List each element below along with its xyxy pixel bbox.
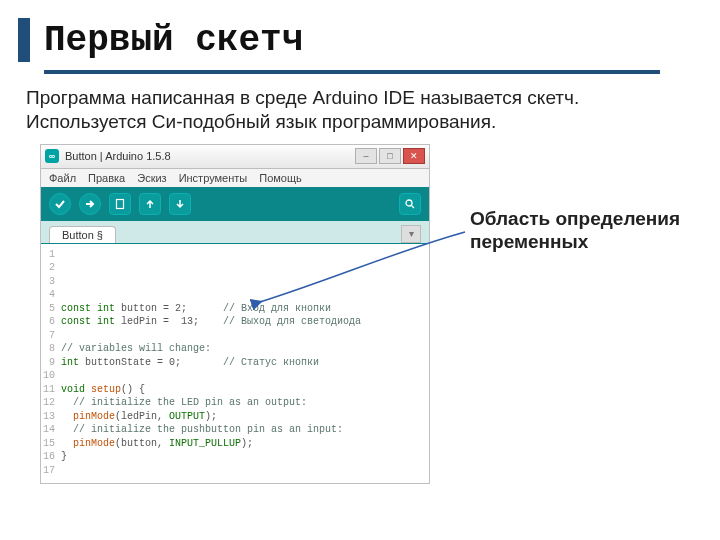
line-number: 12 [41,396,61,410]
verify-button[interactable] [49,193,71,215]
code-line: 5const int button = 2; // Вход для кнопк… [41,302,429,316]
code-line: 11void setup() { [41,383,429,397]
line-number: 15 [41,437,61,451]
maximize-button[interactable]: □ [379,148,401,164]
save-button[interactable] [169,193,191,215]
code-text: pinMode(button, INPUT_PULLUP); [61,437,253,451]
line-number: 5 [41,302,61,316]
code-line: 13 pinMode(ledPin, OUTPUT); [41,410,429,424]
code-text: } [61,450,67,464]
open-button[interactable] [139,193,161,215]
code-line: 7 [41,329,429,343]
arrow-down-icon [174,198,186,210]
code-editor[interactable]: 12345const int button = 2; // Вход для к… [41,244,429,484]
menu-bar: Файл Правка Эскиз Инструменты Помощь [41,169,429,187]
upload-button[interactable] [79,193,101,215]
code-line: 2 [41,261,429,275]
code-line: 17 [41,464,429,478]
app-icon: ∞ [45,149,59,163]
line-number: 1 [41,248,61,262]
menu-sketch[interactable]: Эскиз [137,172,166,184]
menu-help[interactable]: Помощь [259,172,302,184]
arrow-right-icon [84,198,96,210]
code-text: int buttonState = 0; // Статус кнопки [61,356,319,370]
body-line-2: Используется Си-подобный язык программир… [26,110,694,134]
code-text: void setup() { [61,383,145,397]
code-line: 1 [41,248,429,262]
check-icon [54,198,66,210]
menu-file[interactable]: Файл [49,172,76,184]
window-titlebar: ∞ Button | Arduino 1.5.8 – □ ✕ [41,145,429,169]
code-line: 10 [41,369,429,383]
code-line: 14 // initialize the pushbutton pin as a… [41,423,429,437]
code-line: 3 [41,275,429,289]
line-number: 17 [41,464,61,478]
code-text: pinMode(ledPin, OUTPUT); [61,410,217,424]
code-text: // initialize the LED pin as an output: [61,396,307,410]
line-number: 4 [41,288,61,302]
new-button[interactable] [109,193,131,215]
code-line: 4 [41,288,429,302]
line-number: 7 [41,329,61,343]
line-number: 3 [41,275,61,289]
code-line: 8// variables will change: [41,342,429,356]
title-underline [44,70,660,74]
tab-menu-button[interactable]: ▾ [401,225,421,243]
code-text: const int button = 2; // Вход для кнопки [61,302,331,316]
code-line: 9int buttonState = 0; // Статус кнопки [41,356,429,370]
code-text: // variables will change: [61,342,211,356]
toolbar [41,187,429,221]
line-number: 9 [41,356,61,370]
slide: Первый скетч Программа написанная в сред… [0,0,720,484]
file-icon [114,198,126,210]
sketch-tab[interactable]: Button § [49,226,116,243]
code-line: 15 pinMode(button, INPUT_PULLUP); [41,437,429,451]
arduino-ide-window: ∞ Button | Arduino 1.5.8 – □ ✕ Файл Прав… [40,144,430,485]
code-line: 6const int ledPin = 13; // Выход для све… [41,315,429,329]
menu-tools[interactable]: Инструменты [179,172,248,184]
line-number: 10 [41,369,61,383]
svg-rect-0 [117,199,124,208]
slide-title: Первый скетч [44,20,303,61]
line-number: 14 [41,423,61,437]
title-accent-bar [18,18,30,62]
annotation-line-2: переменных [470,231,680,254]
title-row: Первый скетч [0,0,720,62]
code-line: 12 // initialize the LED pin as an outpu… [41,396,429,410]
menu-edit[interactable]: Правка [88,172,125,184]
slide-body: Программа написанная в среде Arduino IDE… [0,86,720,144]
annotation-label: Область определения переменных [470,208,680,254]
body-line-1: Программа написанная в среде Arduino IDE… [26,86,694,110]
line-number: 8 [41,342,61,356]
line-number: 6 [41,315,61,329]
annotation-line-1: Область определения [470,208,680,231]
line-number: 2 [41,261,61,275]
code-text: const int ledPin = 13; // Выход для свет… [61,315,361,329]
close-button[interactable]: ✕ [403,148,425,164]
line-number: 13 [41,410,61,424]
window-controls: – □ ✕ [355,148,425,164]
line-number: 11 [41,383,61,397]
serial-monitor-button[interactable] [399,193,421,215]
code-line: 16} [41,450,429,464]
tab-row: Button § ▾ [41,221,429,244]
svg-point-1 [406,200,412,206]
line-number: 16 [41,450,61,464]
minimize-button[interactable]: – [355,148,377,164]
arrow-up-icon [144,198,156,210]
magnifier-icon [404,198,416,210]
window-title-text: Button | Arduino 1.5.8 [65,150,355,162]
code-text: // initialize the pushbutton pin as an i… [61,423,343,437]
